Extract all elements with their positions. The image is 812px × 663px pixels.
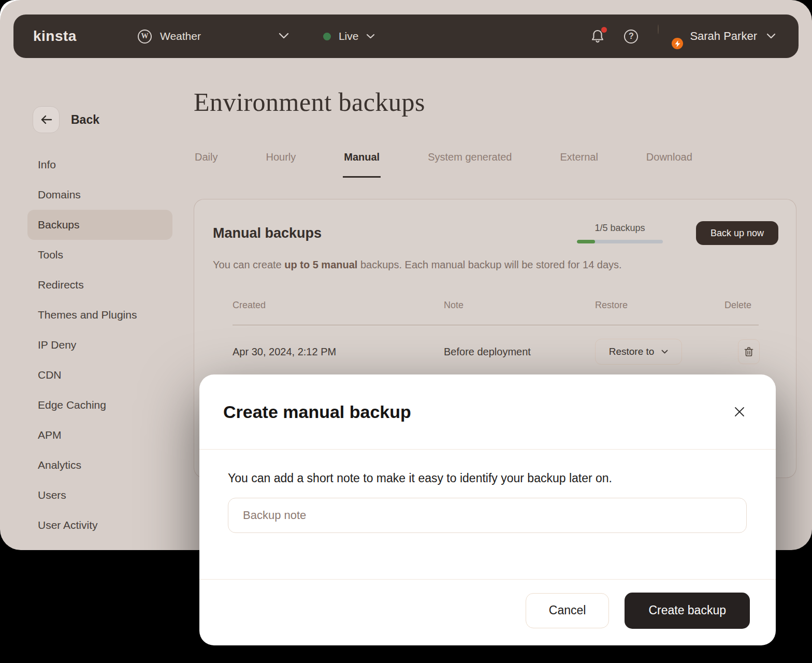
card-description: You can create up to 5 manual backups. E…	[213, 259, 778, 271]
help-icon: ?	[624, 30, 638, 44]
notification-dot	[601, 27, 607, 33]
sidebar-item-ip-deny[interactable]: IP Deny	[27, 330, 172, 360]
modal-description: You can add a short note to make it easy…	[228, 471, 747, 485]
tab-hourly[interactable]: Hourly	[265, 151, 297, 178]
sidebar-item-apm[interactable]: APM	[27, 420, 172, 450]
description-suffix: backups. Each manual backup will be stor…	[357, 259, 621, 270]
sidebar-item-info[interactable]: Info	[27, 150, 172, 180]
live-status-dot	[323, 33, 331, 40]
backup-note-cell: Before deployment	[444, 346, 595, 358]
back-label: Back	[71, 113, 99, 127]
notifications-button[interactable]	[591, 29, 604, 44]
chevron-down-icon	[366, 32, 375, 41]
delete-backup-button[interactable]	[738, 339, 760, 364]
table-row: Apr 30, 2024, 2:12 PM Before deployment …	[233, 339, 759, 365]
backup-tabs: Daily Hourly Manual System generated Ext…	[194, 151, 796, 178]
card-title: Manual backups	[213, 225, 322, 241]
column-header-restore: Restore	[595, 300, 724, 311]
description-prefix: You can create	[213, 259, 284, 270]
sidebar: Back Info Domains Backups Tools Redirect…	[27, 106, 172, 540]
modal-title: Create manual backup	[223, 402, 411, 422]
back-button[interactable]	[33, 106, 60, 133]
chevron-down-icon	[279, 32, 289, 41]
sidebar-item-user-activity[interactable]: User Activity	[27, 510, 172, 540]
tab-daily[interactable]: Daily	[194, 151, 219, 178]
screen: kinsta W Weather Live	[0, 0, 812, 663]
tab-external[interactable]: External	[559, 151, 599, 178]
restore-to-dropdown[interactable]: Restore to	[595, 339, 682, 365]
sidebar-item-domains[interactable]: Domains	[27, 180, 172, 210]
top-navbar: kinsta W Weather Live	[13, 15, 799, 58]
avatar-photo	[658, 24, 659, 34]
card-header: Manual backups 1/5 backups Back up now	[213, 221, 778, 245]
wordpress-icon: W	[138, 30, 152, 44]
usage-progress-fill	[577, 240, 595, 243]
create-backup-button[interactable]: Create backup	[625, 593, 750, 629]
sidebar-item-edge-caching[interactable]: Edge Caching	[27, 390, 172, 420]
sidebar-item-redirects[interactable]: Redirects	[27, 270, 172, 300]
sidebar-item-users[interactable]: Users	[27, 480, 172, 510]
back-up-now-button[interactable]: Back up now	[696, 221, 778, 245]
backup-usage: 1/5 backups	[577, 223, 663, 243]
trash-icon	[744, 347, 753, 357]
environment-selector-dropdown[interactable]: Live	[323, 30, 375, 42]
restore-to-label: Restore to	[609, 346, 655, 357]
lightning-badge-icon	[672, 38, 683, 49]
usage-progress-bar	[577, 240, 663, 243]
close-button[interactable]	[730, 402, 749, 421]
modal-header: Create manual backup	[199, 374, 776, 450]
environment-name: Live	[339, 30, 359, 42]
backup-note-input[interactable]	[228, 498, 747, 533]
column-header-delete: Delete	[724, 300, 759, 311]
chevron-down-icon	[661, 350, 668, 354]
sidebar-item-analytics[interactable]: Analytics	[27, 450, 172, 480]
avatar	[658, 25, 680, 48]
close-icon	[734, 406, 745, 417]
sidebar-item-tools[interactable]: Tools	[27, 240, 172, 270]
page-title: Environment backups	[194, 87, 796, 117]
site-name: Weather	[160, 30, 201, 42]
backup-created-cell: Apr 30, 2024, 2:12 PM	[233, 346, 444, 358]
backup-restore-cell: Restore to	[595, 339, 724, 365]
description-bold: up to 5 manual	[284, 259, 357, 270]
arrow-left-icon	[40, 114, 52, 125]
sidebar-item-cdn[interactable]: CDN	[27, 360, 172, 390]
modal-footer: Cancel Create backup	[199, 579, 776, 645]
tab-download[interactable]: Download	[645, 151, 693, 178]
cancel-button[interactable]: Cancel	[526, 593, 610, 628]
backup-delete-cell	[724, 339, 760, 364]
site-selector-dropdown[interactable]: W Weather	[138, 30, 289, 44]
column-header-created: Created	[233, 300, 444, 311]
site-selector-label: W Weather	[138, 30, 279, 44]
table-header-row: Created Note Restore Delete	[233, 300, 759, 311]
user-menu[interactable]: Sarah Parker	[658, 25, 776, 48]
modal-body: You can add a short note to make it easy…	[199, 450, 776, 579]
user-name: Sarah Parker	[690, 30, 757, 43]
back-navigation[interactable]: Back	[33, 106, 172, 133]
backups-table: Created Note Restore Delete Apr 30, 2024…	[213, 300, 778, 365]
table-divider	[233, 325, 759, 325]
tab-system-generated[interactable]: System generated	[427, 151, 513, 178]
navbar-right: ? Sarah Parker	[591, 25, 776, 48]
sidebar-item-themes-and-plugins[interactable]: Themes and Plugins	[27, 300, 172, 330]
create-manual-backup-modal: Create manual backup You can add a short…	[199, 374, 776, 645]
usage-label: 1/5 backups	[594, 223, 645, 234]
help-button[interactable]: ?	[624, 30, 638, 44]
tab-manual[interactable]: Manual	[343, 151, 381, 178]
column-header-note: Note	[444, 300, 595, 311]
chevron-down-icon	[766, 32, 776, 41]
sidebar-item-backups[interactable]: Backups	[27, 210, 172, 240]
kinsta-logo[interactable]: kinsta	[33, 28, 77, 45]
card-header-right: 1/5 backups Back up now	[577, 221, 778, 245]
